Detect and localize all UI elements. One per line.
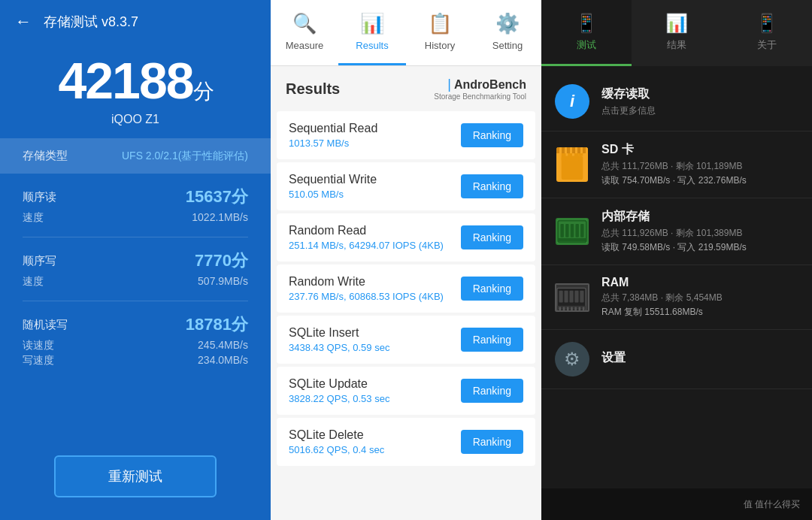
right-panel: 📱 测试 📊 结果 📱 关于 i 缓存读取 点击更多信息 bbox=[541, 0, 812, 520]
svg-rect-1 bbox=[562, 150, 566, 160]
internal-storage-icon bbox=[556, 218, 589, 245]
settings-icon-wrap: ⚙ bbox=[553, 340, 591, 378]
tab-history-label: History bbox=[425, 40, 455, 51]
svg-rect-21 bbox=[567, 307, 569, 311]
ranking-btn-sqlite-delete[interactable]: Ranking bbox=[461, 430, 523, 454]
left-header: ← 存储测试 v8.3.7 bbox=[0, 0, 271, 44]
benchmark-sqlite-update-value: 3828.22 QPS, 0.53 sec bbox=[289, 393, 389, 404]
history-icon: 📋 bbox=[428, 12, 452, 35]
metric-score-seq-read: 15637分 bbox=[186, 186, 248, 208]
svg-rect-17 bbox=[580, 290, 583, 302]
benchmark-sqlite-delete: SQLite Delete 5016.62 QPS, 0.4 sec Ranki… bbox=[277, 418, 535, 466]
right-tab-bar: 📱 测试 📊 结果 📱 关于 bbox=[541, 0, 812, 66]
benchmark-rand-read-value: 251.14 MB/s, 64294.07 IOPS (4KB) bbox=[289, 240, 444, 251]
benchmark-rand-read-name: Random Read bbox=[289, 224, 444, 237]
main-score: 42188分 bbox=[58, 51, 212, 110]
metric-write-speed-label: 写速度 bbox=[23, 354, 54, 367]
ranking-btn-rand-read[interactable]: Ranking bbox=[461, 225, 523, 249]
ranking-btn-sqlite-insert[interactable]: Ranking bbox=[461, 328, 523, 352]
benchmark-sqlite-update-name: SQLite Update bbox=[289, 377, 389, 391]
sd-icon-wrap bbox=[553, 146, 591, 183]
settings-name: 设置 bbox=[601, 350, 800, 366]
sd-card-icon bbox=[556, 147, 588, 182]
metric-read-speed-val: 245.4MB/s bbox=[198, 339, 248, 352]
svg-rect-16 bbox=[574, 290, 578, 302]
storage-item-cache[interactable]: i 缓存读取 点击更多信息 bbox=[541, 72, 812, 132]
sd-details: SD 卡 总共 111,726MB · 剩余 101,189MB 读取 754.… bbox=[601, 142, 800, 187]
benchmark-seq-write-info: Sequential Write 510.05 MB/s bbox=[289, 173, 377, 200]
ranking-btn-seq-read[interactable]: Ranking bbox=[461, 123, 523, 147]
right-tab-results[interactable]: 📊 结果 bbox=[632, 0, 722, 66]
metric-random-rw: 随机读写 18781分 读速度 245.4MB/s 写速度 234.0MB/s bbox=[23, 301, 248, 379]
benchmark-seq-read-name: Sequential Read bbox=[289, 122, 377, 135]
benchmark-sqlite-insert: SQLite Insert 3438.43 QPS, 0.59 sec Rank… bbox=[277, 316, 535, 364]
storage-item-ram[interactable]: RAM 总共 7,384MB · 剩余 5,454MB RAM 复制 15511… bbox=[541, 265, 812, 330]
svg-rect-6 bbox=[560, 224, 563, 237]
svg-rect-19 bbox=[559, 307, 561, 311]
results-title: Results bbox=[286, 80, 340, 98]
benchmark-sqlite-delete-value: 5016.62 QPS, 0.4 sec bbox=[289, 444, 384, 455]
metric-speed-val-seq-write: 507.9MB/s bbox=[198, 275, 248, 289]
tab-results-label: Results bbox=[356, 40, 388, 51]
benchmark-sqlite-update-info: SQLite Update 3828.22 QPS, 0.53 sec bbox=[289, 377, 389, 404]
svg-rect-9 bbox=[575, 224, 578, 237]
svg-rect-22 bbox=[571, 307, 573, 311]
metric-name-random-rw: 随机读写 bbox=[23, 318, 68, 332]
tab-results[interactable]: 📊 Results bbox=[338, 0, 406, 65]
tab-setting[interactable]: ⚙️ Setting bbox=[474, 0, 541, 65]
back-button[interactable]: ← bbox=[15, 12, 32, 32]
measure-icon: 🔍 bbox=[292, 12, 317, 35]
ram-icon-wrap bbox=[553, 279, 591, 316]
retest-button[interactable]: 重新测试 bbox=[54, 455, 217, 497]
benchmark-seq-read-value: 1013.57 MB/s bbox=[289, 138, 377, 149]
tab-bar: 🔍 Measure 📊 Results 📋 History ⚙️ Setting bbox=[271, 0, 541, 66]
storage-type-row: 存储类型 UFS 2.0/2.1(基于性能评估) bbox=[0, 138, 271, 174]
benchmark-sqlite-delete-info: SQLite Delete 5016.62 QPS, 0.4 sec bbox=[289, 428, 384, 455]
results-header: Results | AndroBench Storage Benchmarkin… bbox=[271, 66, 541, 108]
svg-rect-11 bbox=[558, 238, 586, 241]
tab-history[interactable]: 📋 History bbox=[406, 0, 474, 65]
ranking-btn-seq-write[interactable]: Ranking bbox=[461, 174, 523, 198]
left-panel: ← 存储测试 v8.3.7 42188分 iQOO Z1 存储类型 UFS 2.… bbox=[0, 0, 271, 520]
about-icon: 📱 bbox=[756, 13, 778, 34]
svg-rect-3 bbox=[574, 150, 579, 160]
storage-item-settings[interactable]: ⚙ 设置 bbox=[541, 330, 812, 389]
svg-rect-25 bbox=[583, 307, 585, 311]
action-area: 重新测试 bbox=[0, 440, 271, 520]
storage-type-label: 存储类型 bbox=[23, 149, 68, 163]
storage-item-sd[interactable]: SD 卡 总共 111,726MB · 剩余 101,189MB 读取 754.… bbox=[541, 132, 812, 198]
metric-name-seq-write: 顺序写 bbox=[23, 254, 56, 268]
cache-details: 缓存读取 点击更多信息 bbox=[601, 86, 800, 117]
metric-read-speed-label: 读速度 bbox=[23, 339, 54, 352]
tab-setting-label: Setting bbox=[492, 40, 523, 51]
ranking-btn-sqlite-update[interactable]: Ranking bbox=[461, 379, 523, 403]
internal-icon-wrap bbox=[553, 213, 591, 250]
score-section: 42188分 iQOO Z1 bbox=[0, 44, 271, 138]
ranking-btn-rand-write[interactable]: Ranking bbox=[461, 277, 523, 301]
benchmark-seq-write: Sequential Write 510.05 MB/s Ranking bbox=[277, 162, 535, 210]
ram-speeds: RAM 复制 15511.68MB/s bbox=[601, 306, 800, 319]
right-tab-about[interactable]: 📱 关于 bbox=[722, 0, 812, 66]
svg-rect-13 bbox=[559, 290, 562, 302]
benchmark-rand-write-name: Random Write bbox=[289, 275, 444, 289]
info-circle-icon: i bbox=[555, 84, 589, 119]
svg-rect-8 bbox=[571, 224, 574, 237]
right-tab-test[interactable]: 📱 测试 bbox=[541, 0, 632, 66]
watermark: 值 值什么得买 bbox=[541, 488, 812, 520]
test-icon: 📱 bbox=[575, 13, 598, 34]
sd-speeds: 读取 754.70MB/s · 写入 232.76MB/s bbox=[601, 174, 800, 187]
androbench-logo: | AndroBench Storage Benchmarking Tool bbox=[434, 77, 526, 101]
metric-speed-label-seq-write: 速度 bbox=[23, 275, 44, 289]
benchmark-seq-read: Sequential Read 1013.57 MB/s Ranking bbox=[277, 111, 535, 159]
storage-type-value: UFS 2.0/2.1(基于性能评估) bbox=[122, 150, 248, 163]
svg-rect-24 bbox=[579, 307, 581, 311]
tab-measure[interactable]: 🔍 Measure bbox=[271, 0, 338, 65]
cache-sub: 点击更多信息 bbox=[601, 104, 800, 117]
setting-icon: ⚙️ bbox=[495, 12, 520, 35]
storage-item-internal[interactable]: 内部存储 总共 111,926MB · 剩余 101,389MB 读取 749.… bbox=[541, 198, 812, 265]
benchmark-sqlite-insert-value: 3438.43 QPS, 0.59 sec bbox=[289, 342, 389, 353]
svg-rect-20 bbox=[563, 307, 565, 311]
logo-pipe: | bbox=[447, 77, 451, 92]
svg-rect-14 bbox=[564, 290, 568, 302]
benchmark-rand-write-info: Random Write 237.76 MB/s, 60868.53 IOPS … bbox=[289, 275, 444, 302]
